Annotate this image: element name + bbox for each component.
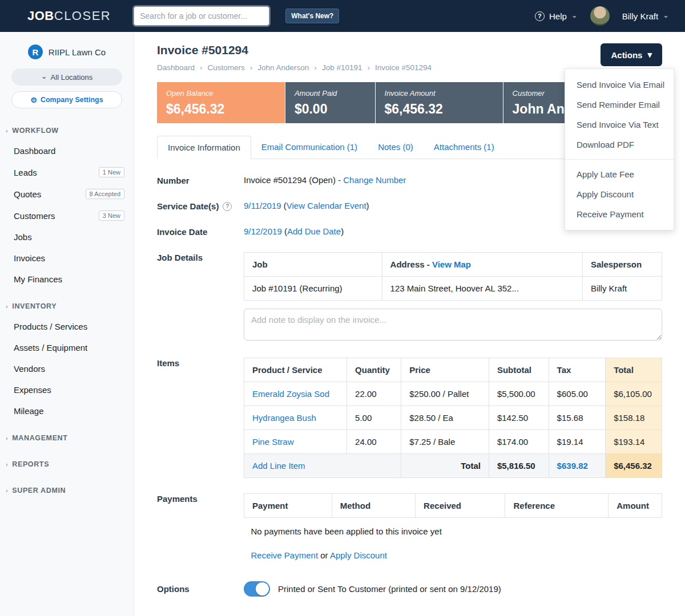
subtotal-cell: $174.00 bbox=[489, 430, 549, 454]
whats-new-button[interactable]: What's New? bbox=[285, 9, 339, 23]
actions-dropdown-menu: Send Invoice Via Email Send Reminder Ema… bbox=[565, 68, 674, 230]
payments-actions-row: Receive Payment or Apply Discount bbox=[244, 542, 662, 566]
job-details-content: Job Address - View Map Salesperson Job #… bbox=[244, 252, 662, 342]
breadcrumb-dashboard[interactable]: Dashboard bbox=[157, 63, 195, 72]
avatar[interactable] bbox=[590, 6, 610, 26]
breadcrumb-job[interactable]: Job #10191 bbox=[322, 63, 362, 72]
add-line-item-link[interactable]: Add Line Item bbox=[252, 461, 305, 471]
payments-table: Payment Method Received Reference Amount… bbox=[244, 493, 662, 566]
receive-payment-link[interactable]: Receive Payment bbox=[251, 550, 319, 560]
salesperson-header: Salesperson bbox=[582, 253, 662, 277]
received-header: Received bbox=[416, 494, 505, 518]
sidebar-item-products-services[interactable]: Products / Services bbox=[0, 316, 134, 337]
menu-item-send-invoice-email[interactable]: Send Invoice Via Email bbox=[565, 75, 674, 95]
tab-attachments[interactable]: Attachments (1) bbox=[424, 136, 505, 159]
company-name: RIIPL Lawn Co bbox=[49, 47, 106, 57]
sidebar-item-customers[interactable]: Customers3 New bbox=[0, 205, 134, 226]
user-menu[interactable]: Billy Kraft ⌄ bbox=[622, 11, 669, 21]
breadcrumb-separator: › bbox=[250, 63, 253, 72]
change-number-link[interactable]: Change Number bbox=[343, 175, 406, 185]
top-navbar: JOBCLOSER What's New? ? Help ⌄ Billy Kra… bbox=[0, 0, 685, 32]
gear-icon: ⚙ bbox=[30, 96, 37, 104]
add-due-date-link[interactable]: Add Due Date bbox=[287, 226, 341, 236]
menu-item-apply-discount[interactable]: Apply Discount bbox=[565, 184, 674, 204]
tab-email-communication[interactable]: Email Communication (1) bbox=[251, 136, 368, 159]
help-menu[interactable]: ? Help ⌄ bbox=[535, 11, 578, 21]
price-cell: $7.25 / Bale bbox=[401, 430, 489, 454]
menu-item-apply-late-fee[interactable]: Apply Late Fee bbox=[565, 164, 674, 184]
apply-discount-link[interactable]: Apply Discount bbox=[330, 550, 387, 560]
sidebar-item-mileage[interactable]: Mileage bbox=[0, 400, 134, 422]
menu-item-download-pdf[interactable]: Download PDF bbox=[565, 135, 674, 155]
sidebar-item-label: Customers bbox=[14, 211, 55, 221]
job-details-label: Job Details bbox=[157, 252, 244, 262]
sidebar-item-quotes[interactable]: Quotes8 Accepted bbox=[0, 183, 134, 205]
sidebar-item-invoices[interactable]: Invoices bbox=[0, 248, 134, 269]
table-row: Pine Straw 24.00 $7.25 / Bale $174.00 $1… bbox=[244, 430, 662, 454]
section-marker-icon: › bbox=[6, 487, 8, 494]
stat-value: $0.00 bbox=[295, 102, 366, 117]
price-cell: $28.50 / Ea bbox=[401, 406, 489, 430]
paren: ) bbox=[341, 226, 344, 236]
price-cell: $250.00 / Pallet bbox=[401, 382, 489, 406]
search-input[interactable] bbox=[134, 6, 269, 26]
company-settings-button[interactable]: ⚙ Company Settings bbox=[11, 91, 122, 108]
grand-total: $6,456.32 bbox=[606, 454, 662, 478]
method-header: Method bbox=[332, 494, 415, 518]
quantity-cell: 24.00 bbox=[347, 430, 401, 454]
view-calendar-event-link[interactable]: View Calendar Event bbox=[287, 201, 366, 210]
section-marker-icon: › bbox=[6, 461, 8, 468]
sidebar-item-label: Invoices bbox=[14, 253, 45, 263]
sidebar-item-expenses[interactable]: Expenses bbox=[0, 379, 134, 400]
app-logo[interactable]: JOBCLOSER bbox=[27, 9, 111, 23]
menu-item-send-reminder-email[interactable]: Send Reminder Email bbox=[565, 95, 674, 115]
printed-sent-toggle[interactable] bbox=[244, 581, 270, 597]
service-date-link[interactable]: 9/11/2019 bbox=[244, 201, 281, 210]
invoice-note-input[interactable] bbox=[244, 309, 662, 341]
printed-sent-text: Printed or Sent To Customer (printed or … bbox=[278, 584, 501, 594]
subtotal-cell: $142.50 bbox=[489, 406, 549, 430]
number-label: Number bbox=[157, 175, 244, 185]
table-row: Job #10191 (Recurring) 123 Main Street, … bbox=[244, 277, 662, 301]
all-locations-label: All Locations bbox=[51, 73, 93, 82]
tab-notes[interactable]: Notes (0) bbox=[368, 136, 424, 159]
sidebar-item-dashboard[interactable]: Dashboard bbox=[0, 140, 134, 161]
stat-open-balance: Open Balance $6,456.32 bbox=[157, 82, 285, 123]
sidebar-item-jobs[interactable]: Jobs bbox=[0, 226, 134, 248]
stat-value: $6,456.32 bbox=[166, 102, 276, 117]
section-label: MANAGEMENT bbox=[12, 434, 67, 442]
tax-total-link[interactable]: $639.82 bbox=[557, 461, 588, 471]
actions-button[interactable]: Actions ▾ bbox=[601, 43, 662, 66]
help-label: Help bbox=[549, 11, 567, 21]
all-locations-dropdown[interactable]: ⌄ All Locations bbox=[11, 68, 122, 86]
sidebar-item-my-finances[interactable]: My Finances bbox=[0, 269, 134, 290]
options-row: Options Printed or Sent To Customer (pri… bbox=[157, 581, 662, 597]
invoice-number-text: Invoice #501294 (Open) - bbox=[244, 175, 341, 185]
sidebar-item-assets-equipment[interactable]: Assets / Equipment bbox=[0, 337, 134, 358]
section-header-management[interactable]: › MANAGEMENT bbox=[0, 422, 134, 448]
menu-item-receive-payment[interactable]: Receive Payment bbox=[565, 204, 674, 224]
options-label: Options bbox=[157, 581, 244, 594]
breadcrumb-customers[interactable]: Customers bbox=[208, 63, 245, 72]
section-header-reports[interactable]: › REPORTS bbox=[0, 448, 134, 474]
product-link[interactable]: Hydrangea Bush bbox=[252, 413, 316, 423]
tab-invoice-information[interactable]: Invoice Information bbox=[157, 136, 251, 159]
breadcrumb-customer-name[interactable]: John Anderson bbox=[257, 63, 309, 72]
sidebar-item-leads[interactable]: Leads1 New bbox=[0, 161, 134, 183]
address-header: Address - View Map bbox=[382, 253, 582, 277]
amount-header: Amount bbox=[609, 494, 662, 518]
sidebar: R RIIPL Lawn Co ⌄ All Locations ⚙ Compan… bbox=[0, 32, 134, 616]
section-header-super-admin[interactable]: › SUPER ADMIN bbox=[0, 474, 134, 500]
product-link[interactable]: Emerald Zoysia Sod bbox=[252, 389, 329, 399]
paren: ) bbox=[366, 201, 369, 210]
quantity-cell: 22.00 bbox=[347, 382, 401, 406]
question-icon[interactable]: ? bbox=[223, 202, 232, 211]
section-marker-icon: › bbox=[6, 435, 8, 441]
product-link[interactable]: Pine Straw bbox=[252, 437, 294, 447]
sidebar-item-vendors[interactable]: Vendors bbox=[0, 358, 134, 379]
view-map-link[interactable]: View Map bbox=[432, 260, 471, 269]
sidebar-item-label: Assets / Equipment bbox=[14, 343, 87, 352]
menu-item-send-invoice-text[interactable]: Send Invoice Via Text bbox=[565, 115, 674, 135]
invoice-date-link[interactable]: 9/12/2019 bbox=[244, 226, 282, 236]
or-text: or bbox=[320, 550, 328, 560]
